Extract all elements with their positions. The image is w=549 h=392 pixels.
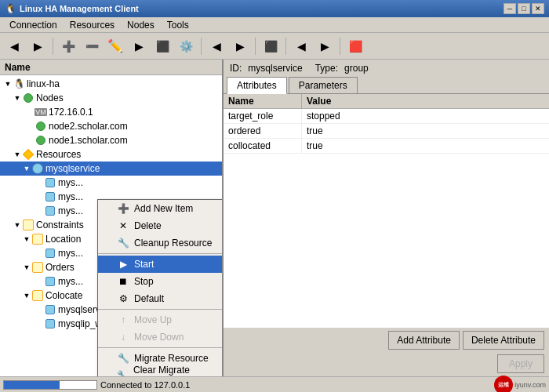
watermark-circle: 运维 [494,376,513,393]
toolbar-square[interactable]: ⬛ [260,36,282,56]
toolbar-right[interactable]: ▶ [229,36,251,56]
attr-value-target-role: stopped [302,109,549,123]
mysql1-icon [44,176,56,189]
expand-colocate[interactable]: ▼ [22,292,31,299]
tree-item-resources[interactable]: ▼ Resources [0,147,222,162]
apply-button[interactable]: Apply [497,354,544,373]
ctx-start[interactable]: ▶ Start [98,256,224,273]
toolbar-stop[interactable]: ⬛ [151,36,173,56]
tree-item-nodes[interactable]: ▼ Nodes [0,91,222,105]
ctx-start-label: Start [134,259,154,270]
tree-item-mysqlservice[interactable]: ▼ mysqlservice [0,162,222,176]
expand-nodes[interactable]: ▼ [13,94,22,102]
main-area: Name ▼ 🐧 linux-ha ▼ Nodes [0,60,549,376]
ctx-stop[interactable]: ⏹ Stop [98,273,224,290]
toolbar-forward[interactable]: ▶ [27,36,49,56]
toolbar-edit[interactable]: ✏️ [104,36,126,56]
context-menu: ➕ Add New Item ✕ Delete 🔧 Cleanup Resour… [97,199,224,376]
toolbar-right2[interactable]: ▶ [314,36,336,56]
expand-orders[interactable]: ▼ [22,263,31,271]
tab-attributes[interactable]: Attributes [227,77,287,94]
tree-item-linux-ha[interactable]: ▼ 🐧 linux-ha [0,77,222,91]
tree-item-mysql1[interactable]: mys... [0,176,222,190]
id-label: ID: [230,63,242,74]
tree-label-mysqlservice: mysqlservice [45,163,100,174]
title-bar-icon: 🐧 [5,3,16,14]
node2-icon [35,120,47,132]
toolbar-back[interactable]: ◀ [3,36,25,56]
menu-bar: Connection Resources Nodes Tools [0,17,549,33]
type-value: group [344,63,369,74]
menu-nodes[interactable]: Nodes [121,19,161,31]
toolbar-add[interactable]: ➕ [57,36,79,56]
attr-value-collocated: true [302,139,549,153]
node1-icon [35,134,47,147]
toolbar-sep2 [201,38,202,55]
menu-resources[interactable]: Resources [64,19,121,31]
ctx-clear-migrate[interactable]: 🔧 Clear Migrate Constraints [98,367,224,376]
minimize-button[interactable]: ─ [504,3,516,14]
menu-tools[interactable]: Tools [161,19,195,31]
attr-row-ordered[interactable]: ordered true [224,124,549,139]
mysql3-icon [44,205,56,217]
colocate-icon [31,289,44,302]
close-button[interactable]: ✕ [532,3,544,14]
toolbar-red[interactable]: 🟥 [344,36,366,56]
tree-label-resources: Resources [36,149,81,160]
ctx-cleanup-label: Cleanup Resource [134,238,212,249]
expand-mysqlservice[interactable]: ▼ [22,165,31,172]
stop-icon: ⏹ [117,275,129,288]
ctx-sep2 [98,309,224,310]
toolbar-settings[interactable]: ⚙️ [175,36,197,56]
watermark-text: iyunv.com [514,381,546,389]
tree-label-orders1: mys... [58,276,83,287]
toolbar: ◀ ▶ ➕ ➖ ✏️ ▶ ⬛ ⚙️ ◀ ▶ ⬛ ◀ ▶ 🟥 [0,33,549,60]
toolbar-left2[interactable]: ◀ [290,36,312,56]
orders1-icon [44,275,56,288]
title-bar: 🐧 Linux HA Management Client ─ □ ✕ [0,0,549,17]
add-new-item-icon: ➕ [117,202,129,215]
tree-item-node1[interactable]: node1.scholar.com [0,133,222,147]
tree-label-location: Location [45,234,81,245]
ctx-delete[interactable]: ✕ Delete [98,217,224,234]
status-progress-fill [4,381,60,389]
orders-icon [31,261,44,274]
attr-name-target-role: target_role [224,109,302,123]
tree-item-node2[interactable]: node2.scholar.com [0,119,222,133]
expand-linux-ha[interactable]: ▼ [3,80,13,88]
tree-label-172: 172.16.0.1 [49,107,93,118]
expand-resources[interactable]: ▼ [13,151,22,158]
toolbar-remove[interactable]: ➖ [81,36,103,56]
attr-value-ordered: true [302,124,549,138]
delete-attribute-button[interactable]: Delete Attribute [463,331,544,350]
attr-row-collocated[interactable]: collocated true [224,139,549,154]
ctx-add-new-item[interactable]: ➕ Add New Item [98,200,224,217]
ctx-move-down-label: Move Down [134,332,184,343]
toolbar-left[interactable]: ◀ [205,36,227,56]
node-img-icon: VM [35,106,47,118]
expand-constraints[interactable]: ▼ [13,221,22,229]
expand-location[interactable]: ▼ [22,235,31,243]
location-icon [31,233,44,245]
tree-label-constraints: Constraints [36,220,84,230]
toolbar-play[interactable]: ▶ [128,36,150,56]
ctx-move-up-label: Move Up [134,314,172,325]
ctx-sep1 [98,253,224,254]
ctx-cleanup[interactable]: 🔧 Cleanup Resource [98,234,224,252]
migrate-icon: 🔧 [117,352,129,365]
tree-header: Name [0,60,222,75]
attr-row-target-role[interactable]: target_role stopped [224,109,549,124]
attr-table-header: Name Value [224,94,549,109]
mysqlservice-icon [31,162,44,175]
maximize-button[interactable]: □ [518,3,530,14]
tree-label-orders: Orders [45,262,75,273]
ctx-add-new-item-label: Add New Item [134,203,193,214]
tab-parameters[interactable]: Parameters [289,77,358,93]
watermark: 运维 iyunv.com [494,376,546,393]
ctx-default[interactable]: ⚙ Default [98,290,224,307]
ctx-move-up: ↑ Move Up [98,311,224,328]
menu-connection[interactable]: Connection [3,19,64,31]
tree-item-172[interactable]: VM 172.16.0.1 [0,105,222,119]
add-attribute-button[interactable]: Add Attribute [388,331,460,350]
tree-label-location1: mys... [58,248,83,259]
